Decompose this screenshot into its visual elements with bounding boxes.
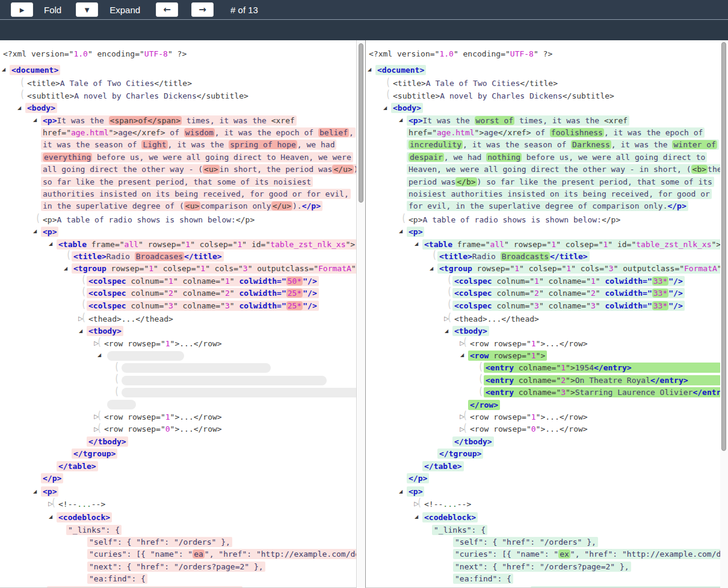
xml-line <box>0 399 356 411</box>
collapse-toggle-icon[interactable]: ◢ <box>365 66 374 74</box>
code-segment: period was <box>409 177 455 186</box>
xml-line: ( <box>0 387 356 399</box>
code-segment: comparison only <box>200 201 271 210</box>
right-panel-scrollbar[interactable] <box>720 40 728 588</box>
code-segment: 1 <box>514 264 519 273</box>
code-segment: <colspec <box>88 277 126 286</box>
code-segment: <row rowsep=" <box>104 412 165 421</box>
code-segment: 1.0 <box>73 49 87 58</box>
code-segment: <tbody> <box>454 326 487 335</box>
code-segment: "/> <box>668 301 682 310</box>
collapse-toggle-icon[interactable]: ◢ <box>46 240 55 248</box>
structure-paren-mark: ( <box>114 385 119 397</box>
code-segment: ">...</row> <box>170 412 222 421</box>
collapse-toggle-icon[interactable]: ◢ <box>396 116 405 124</box>
xml-line: "ea:find": { <box>0 572 356 584</box>
collapse-toggle-icon[interactable]: ◢ <box>31 227 39 236</box>
code-segment: Broadcasts <box>501 252 550 261</box>
xml-line: ◢<tgroup rowsep="1" colsep="1" cols="3" … <box>366 263 721 275</box>
left-scrollbar-thumb[interactable] <box>359 43 363 203</box>
code-segment: noisiest authorities insisted on its bei… <box>409 189 710 198</box>
previous-change-button[interactable]: ← <box>156 2 178 17</box>
code-segment: " <box>596 277 605 286</box>
code-segment: </subtitle> <box>563 91 614 100</box>
collapse-toggle-icon[interactable]: ◢ <box>458 351 466 360</box>
code-segment: --> <box>457 500 471 509</box>
code-segment: " colname=" <box>539 277 591 286</box>
collapse-toggle-icon[interactable]: ◢ <box>31 488 39 496</box>
code-segment: <colspec <box>454 289 492 298</box>
xml-line: "next": { "href": "/orders?page=2" }, <box>0 560 356 572</box>
code-segment: 1 <box>165 412 170 421</box>
code-segment: "_links": { <box>68 525 120 534</box>
code-segment: It was the <box>422 116 474 125</box>
right-triangle-icon: ▶ <box>20 7 25 13</box>
code-segment: </entry> <box>693 388 721 397</box>
code-segment: colnum=" <box>492 277 534 286</box>
collapse-toggle-icon[interactable]: ◢ <box>76 327 85 335</box>
xml-line: ▷(<!--...--> <box>366 498 721 510</box>
xml-line: ◢<table frame="all" rowsep="1" colsep="1… <box>366 238 721 250</box>
code-segment: <table <box>58 240 87 249</box>
xml-line: ◢<codeblock> <box>0 511 356 523</box>
collapse-toggle-icon[interactable]: ◢ <box>95 351 103 360</box>
structure-paren-mark: ( <box>432 249 437 261</box>
code-segment: despair <box>409 153 444 162</box>
xml-line: (<p>A table of radio shows is shown belo… <box>366 213 721 225</box>
code-segment: 0 <box>165 424 170 433</box>
left-panel-scrollbar[interactable] <box>357 40 365 588</box>
fold-all-button[interactable]: ▼ <box>76 2 98 17</box>
collapse-toggle-icon[interactable]: ◢ <box>46 513 55 521</box>
xml-line: everything before us, we were all going … <box>0 151 356 163</box>
code-segment: " colsep=" <box>556 240 603 249</box>
code-segment: " <box>596 301 605 310</box>
code-segment: <!-- <box>58 500 77 509</box>
code-segment: 3 <box>609 264 614 273</box>
code-segment: ... <box>77 500 91 509</box>
left-xml-diff-panel[interactable]: <?xml version="1.0" encoding="UTF-8" ?>◢… <box>0 40 357 588</box>
code-segment: " colname=" <box>539 289 591 298</box>
right-xml-diff-panel[interactable]: <?xml version="1.0" encoding="UTF-8" ?>◢… <box>365 40 721 588</box>
collapsed-content-placeholder <box>122 376 327 385</box>
collapse-toggle-icon[interactable]: ◢ <box>442 327 451 335</box>
xml-line: (<colspec colnum="3" colname="3" colwidt… <box>0 299 356 311</box>
code-segment: </entry> <box>594 363 632 372</box>
code-segment: ", "href": "http://example.com/do <box>570 550 721 559</box>
right-scrollbar-thumb[interactable] <box>721 42 726 451</box>
xml-line: ▷(<row rowsep="0">...</row> <box>366 423 721 435</box>
collapse-toggle-icon[interactable]: ◢ <box>381 104 389 112</box>
xml-line: href="age.html">age</xref> of foolishnes… <box>366 126 721 138</box>
xml-line: (<title>Radio Broadcases</title> <box>0 250 356 262</box>
code-segment: <p> <box>43 227 57 236</box>
collapse-toggle-icon[interactable]: ◢ <box>396 227 405 236</box>
xml-line: (<subtitle>A novel by Charles Dickens</s… <box>366 90 721 102</box>
expand-node-button[interactable]: ▶ <box>11 2 33 17</box>
xml-line: ◢<body> <box>0 102 356 114</box>
code-segment: <tbody> <box>88 326 122 335</box>
collapse-toggle-icon[interactable]: ◢ <box>427 265 436 273</box>
xml-line: ◢<tgroup rowsep="1" colsep="1" cols="3" … <box>0 263 356 275</box>
xml-line: despair, we had nothing before us, we we… <box>366 151 721 163</box>
code-segment: , it was the epoch of <box>215 128 318 137</box>
collapse-toggle-icon[interactable]: ◢ <box>396 488 405 496</box>
collapse-toggle-icon[interactable]: ◢ <box>61 265 70 273</box>
code-segment: spring of hope <box>229 140 297 149</box>
code-segment: , it was the season of <box>463 140 571 149</box>
code-segment: </table> <box>58 462 96 471</box>
code-segment: 1954 <box>575 363 594 372</box>
collapse-toggle-icon[interactable]: ◢ <box>15 104 23 112</box>
code-segment: winter of <box>672 140 717 149</box>
collapse-toggle-icon[interactable]: ◢ <box>412 240 421 248</box>
collapse-toggle-icon[interactable]: ◢ <box>31 116 39 124</box>
code-segment: </p> <box>236 215 254 224</box>
code-segment: ">...</row> <box>536 339 588 348</box>
code-segment: "> <box>566 376 575 385</box>
code-segment: <table <box>424 240 452 249</box>
code-segment: </p> <box>602 215 620 224</box>
xml-line: <?xml version="1.0" encoding="UTF-8" ?> <box>366 47 721 60</box>
collapse-toggle-icon[interactable]: ◢ <box>412 513 421 521</box>
code-segment: 33* <box>652 301 668 310</box>
code-segment: all <box>125 240 138 249</box>
collapse-toggle-icon[interactable]: ◢ <box>0 66 8 74</box>
next-change-button[interactable]: → <box>191 2 214 17</box>
